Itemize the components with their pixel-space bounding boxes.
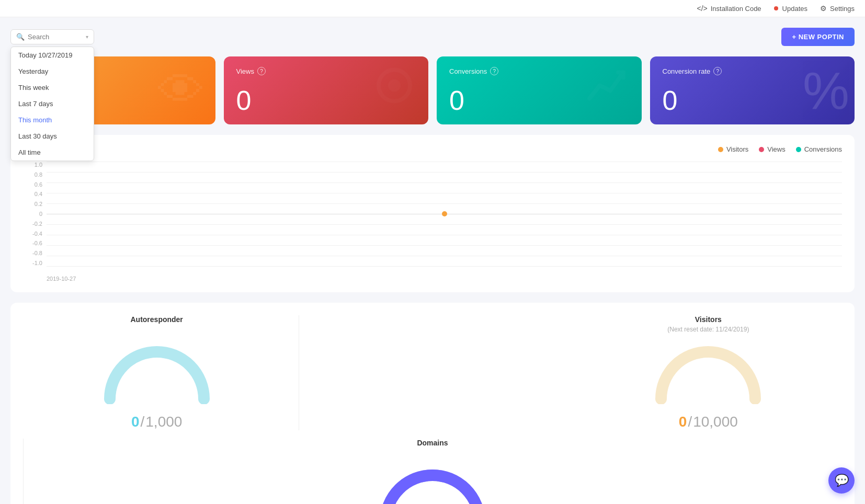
visitors-bottom-title: Visitors	[695, 315, 722, 324]
main-content: 🔍 ▾ Today 10/27/2019 Yesterday This week…	[0, 17, 865, 504]
conversions-help-icon[interactable]: ?	[490, 67, 498, 75]
y-label-2: 0.8	[35, 171, 42, 178]
grid-line-3	[47, 193, 842, 193]
autoresponder-title: Autoresponder	[130, 315, 183, 324]
svg-point-1	[388, 79, 401, 92]
views-bg-icon	[371, 62, 418, 119]
divider-2	[23, 439, 290, 504]
grid-line-6	[47, 224, 842, 225]
grid-line-7	[47, 235, 842, 235]
y-label-8: -0.4	[32, 231, 42, 237]
header-row: 🔍 ▾ Today 10/27/2019 Yesterday This week…	[10, 28, 855, 46]
installation-code-link[interactable]: </> Installation Code	[697, 4, 761, 13]
autoresponder-gauge-svg	[99, 341, 214, 404]
x-label-date: 2019-10-27	[47, 276, 76, 282]
grid-line-0	[47, 162, 842, 162]
visitors-separator: /	[688, 414, 692, 430]
chart-plot	[47, 162, 842, 266]
date-option-all-time[interactable]: All time	[11, 144, 94, 161]
bottom-card-autoresponder: Autoresponder 0 / 1,000	[23, 315, 290, 430]
y-label-9: -0.6	[32, 240, 42, 246]
date-option-today[interactable]: Today 10/27/2019	[11, 47, 94, 63]
visitors-current: 0	[679, 414, 687, 430]
y-label-1: 1.0	[35, 162, 42, 168]
settings-label: Settings	[830, 5, 855, 13]
grid-line-10	[47, 266, 842, 267]
search-input[interactable]	[28, 33, 83, 41]
visitors-bg-icon: 👁	[158, 64, 205, 118]
chart-data-dot	[442, 211, 447, 216]
divider-1	[299, 315, 566, 430]
new-poptin-button[interactable]: + NEW POPTIN	[781, 28, 855, 46]
bottom-section: Autoresponder 0 / 1,000 Visitors (Next r…	[10, 303, 855, 504]
y-label-10: -0.8	[32, 250, 42, 256]
y-label-5: 0.2	[35, 201, 42, 207]
legend-dot-conversions	[796, 147, 801, 152]
date-option-yesterday[interactable]: Yesterday	[11, 63, 94, 79]
chart-x-labels: 2019-10-27	[47, 276, 842, 282]
autoresponder-gauge	[99, 341, 214, 404]
stat-card-views: Views ? 0	[224, 56, 429, 124]
legend-views-label: Views	[767, 145, 785, 153]
visitors-total: 10,000	[693, 414, 738, 430]
stats-cards: Visitors ? 0 👁 Views ? 0 Conversion	[10, 56, 855, 124]
search-input-wrapper[interactable]: 🔍 ▾	[10, 29, 94, 44]
legend-dot-visitors	[718, 147, 723, 152]
visitors-gauge-svg	[651, 341, 766, 404]
chart-area: 1.0 0.8 0.6 0.4 0.2 0 -0.2 -0.4 -0.6 -0.…	[23, 162, 842, 282]
y-label-7: -0.2	[32, 221, 42, 227]
chart-section: Visitors Views Conversions 1.0 0.8 0.6 0…	[10, 135, 855, 292]
domains-title: Domains	[417, 439, 448, 447]
date-option-last-7-days[interactable]: Last 7 days	[11, 96, 94, 112]
search-icon: 🔍	[16, 33, 25, 41]
bottom-card-domains: Domains 1 / 1	[299, 439, 566, 504]
live-chat-icon: 💬	[835, 474, 849, 487]
code-icon: </>	[697, 4, 708, 13]
date-option-this-week[interactable]: This week	[11, 79, 94, 96]
topbar: </> Installation Code Updates ⚙ Settings	[0, 0, 865, 17]
autoresponder-total: 1,000	[145, 414, 182, 430]
updates-label: Updates	[782, 5, 807, 13]
grid-line-2	[47, 182, 842, 183]
date-filter-dropdown[interactable]: 🔍 ▾ Today 10/27/2019 Yesterday This week…	[10, 29, 94, 44]
y-label-11: -1.0	[32, 260, 42, 266]
conversion-rate-label: Conversion rate	[663, 67, 711, 75]
legend-dot-views	[759, 147, 764, 152]
legend-views: Views	[759, 145, 785, 153]
legend-visitors: Visitors	[718, 145, 748, 153]
updates-dot	[774, 6, 778, 10]
visitors-value-row: 0 / 10,000	[679, 414, 738, 430]
domains-gauge	[375, 465, 490, 504]
legend-conversions-label: Conversions	[804, 145, 842, 153]
conversions-bg-icon	[584, 62, 631, 119]
date-option-this-month[interactable]: This month	[11, 112, 94, 128]
y-label-4: 0.4	[35, 191, 42, 197]
autoresponder-separator: /	[141, 414, 145, 430]
domains-subtitle	[431, 449, 433, 456]
grid-line-4	[47, 203, 842, 204]
stat-card-conversion-rate: Conversion rate ? 0 %	[650, 56, 855, 124]
views-label: Views	[236, 67, 254, 75]
installation-code-label: Installation Code	[711, 5, 761, 13]
chart-y-axis: 1.0 0.8 0.6 0.4 0.2 0 -0.2 -0.4 -0.6 -0.…	[23, 162, 47, 266]
grid-line-1	[47, 172, 842, 173]
y-label-3: 0.6	[35, 181, 42, 188]
visitors-bottom-subtitle: (Next reset date: 11/24/2019)	[667, 326, 749, 333]
conversion-rate-help-icon[interactable]: ?	[713, 67, 722, 75]
views-help-icon[interactable]: ?	[257, 67, 266, 75]
conversions-label: Conversions	[449, 67, 487, 75]
settings-link[interactable]: ⚙ Settings	[820, 4, 855, 13]
chart-legend: Visitors Views Conversions	[23, 145, 842, 153]
date-filter-menu: Today 10/27/2019 Yesterday This week Las…	[10, 47, 94, 161]
stat-card-conversions: Conversions ? 0	[437, 56, 642, 124]
grid-line-8	[47, 245, 842, 246]
bottom-card-visitors: Visitors (Next reset date: 11/24/2019) 0…	[575, 315, 842, 430]
domains-gauge-svg	[375, 465, 490, 504]
legend-visitors-label: Visitors	[726, 145, 748, 153]
updates-link[interactable]: Updates	[774, 5, 807, 13]
conversion-rate-bg-icon: %	[803, 61, 849, 121]
autoresponder-current: 0	[131, 414, 140, 430]
gear-icon: ⚙	[820, 4, 827, 13]
date-option-last-30-days[interactable]: Last 30 days	[11, 128, 94, 144]
live-chat-button[interactable]: 💬	[828, 467, 855, 494]
